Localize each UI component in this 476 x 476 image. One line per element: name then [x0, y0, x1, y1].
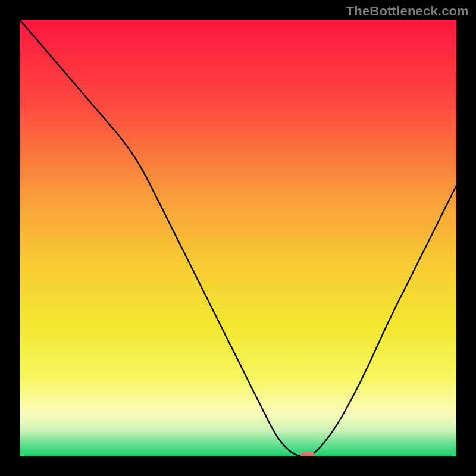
gradient-background — [20, 20, 456, 456]
chart-frame: TheBottleneck.com — [0, 0, 476, 476]
optimal-marker — [300, 452, 315, 456]
watermark-text: TheBottleneck.com — [346, 4, 469, 19]
plot-area — [20, 20, 456, 456]
chart-svg — [20, 20, 456, 456]
